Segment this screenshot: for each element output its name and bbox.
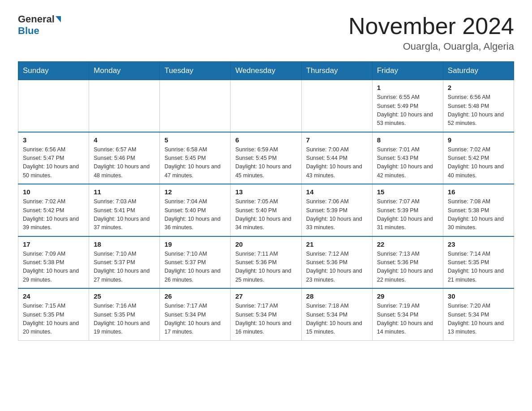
day-info: Sunrise: 7:09 AM Sunset: 5:38 PM Dayligh…	[23, 250, 84, 285]
calendar-cell: 7Sunrise: 7:00 AM Sunset: 5:44 PM Daylig…	[301, 132, 372, 184]
day-info: Sunrise: 7:11 AM Sunset: 5:36 PM Dayligh…	[235, 250, 296, 285]
day-info: Sunrise: 7:17 AM Sunset: 5:34 PM Dayligh…	[164, 302, 226, 337]
weekday-header-thursday: Thursday	[301, 62, 372, 80]
day-number: 17	[23, 240, 84, 248]
day-info: Sunrise: 7:17 AM Sunset: 5:34 PM Dayligh…	[235, 302, 296, 337]
day-number: 8	[377, 136, 438, 144]
calendar-cell: 11Sunrise: 7:03 AM Sunset: 5:41 PM Dayli…	[89, 184, 160, 236]
calendar-cell: 20Sunrise: 7:11 AM Sunset: 5:36 PM Dayli…	[231, 236, 301, 289]
calendar-cell: 16Sunrise: 7:08 AM Sunset: 5:38 PM Dayli…	[443, 184, 514, 236]
day-number: 24	[23, 292, 84, 300]
calendar-cell: 18Sunrise: 7:10 AM Sunset: 5:37 PM Dayli…	[89, 236, 160, 289]
calendar-cell: 10Sunrise: 7:02 AM Sunset: 5:42 PM Dayli…	[18, 184, 89, 236]
day-info: Sunrise: 7:07 AM Sunset: 5:39 PM Dayligh…	[377, 197, 438, 232]
calendar-cell: 13Sunrise: 7:05 AM Sunset: 5:40 PM Dayli…	[231, 184, 301, 236]
day-info: Sunrise: 7:01 AM Sunset: 5:43 PM Dayligh…	[377, 146, 438, 180]
calendar-cell: 29Sunrise: 7:19 AM Sunset: 5:34 PM Dayli…	[372, 288, 443, 340]
calendar-cell: 3Sunrise: 6:56 AM Sunset: 5:47 PM Daylig…	[18, 132, 89, 184]
day-info: Sunrise: 7:02 AM Sunset: 5:42 PM Dayligh…	[23, 197, 84, 232]
weekday-header-tuesday: Tuesday	[160, 62, 231, 80]
calendar-cell	[89, 80, 160, 132]
weekday-header-friday: Friday	[372, 62, 443, 80]
week-row-3: 10Sunrise: 7:02 AM Sunset: 5:42 PM Dayli…	[18, 184, 514, 236]
day-info: Sunrise: 6:56 AM Sunset: 5:47 PM Dayligh…	[23, 146, 84, 180]
week-row-2: 3Sunrise: 6:56 AM Sunset: 5:47 PM Daylig…	[18, 132, 514, 184]
day-number: 19	[164, 240, 226, 248]
day-info: Sunrise: 7:13 AM Sunset: 5:36 PM Dayligh…	[377, 250, 438, 285]
day-number: 13	[235, 188, 296, 196]
day-number: 5	[164, 136, 226, 144]
weekday-header-row: SundayMondayTuesdayWednesdayThursdayFrid…	[18, 62, 514, 80]
calendar-cell: 21Sunrise: 7:12 AM Sunset: 5:36 PM Dayli…	[301, 236, 372, 289]
logo-triangle-icon	[56, 16, 61, 22]
day-number: 12	[164, 188, 226, 196]
calendar-cell	[160, 80, 231, 132]
weekday-header-monday: Monday	[89, 62, 160, 80]
day-info: Sunrise: 7:16 AM Sunset: 5:35 PM Dayligh…	[94, 302, 155, 337]
day-number: 2	[448, 84, 509, 91]
day-number: 21	[306, 240, 368, 248]
day-info: Sunrise: 7:05 AM Sunset: 5:40 PM Dayligh…	[235, 197, 296, 232]
day-number: 25	[94, 292, 155, 300]
day-info: Sunrise: 6:58 AM Sunset: 5:45 PM Dayligh…	[164, 146, 226, 180]
day-info: Sunrise: 7:18 AM Sunset: 5:34 PM Dayligh…	[306, 302, 368, 337]
day-number: 18	[94, 240, 155, 248]
day-number: 29	[377, 292, 438, 300]
calendar-table: SundayMondayTuesdayWednesdayThursdayFrid…	[18, 61, 514, 341]
calendar-cell: 1Sunrise: 6:55 AM Sunset: 5:49 PM Daylig…	[372, 80, 443, 132]
day-number: 6	[235, 136, 296, 144]
calendar-cell: 25Sunrise: 7:16 AM Sunset: 5:35 PM Dayli…	[89, 288, 160, 340]
calendar-cell: 15Sunrise: 7:07 AM Sunset: 5:39 PM Dayli…	[372, 184, 443, 236]
day-number: 3	[23, 136, 84, 144]
day-info: Sunrise: 7:00 AM Sunset: 5:44 PM Dayligh…	[306, 146, 368, 180]
calendar-cell: 19Sunrise: 7:10 AM Sunset: 5:37 PM Dayli…	[160, 236, 231, 289]
day-info: Sunrise: 7:08 AM Sunset: 5:38 PM Dayligh…	[448, 197, 509, 232]
day-number: 14	[306, 188, 368, 196]
day-info: Sunrise: 7:14 AM Sunset: 5:35 PM Dayligh…	[448, 250, 509, 285]
day-info: Sunrise: 7:04 AM Sunset: 5:40 PM Dayligh…	[164, 197, 226, 232]
logo-general-text: General	[18, 13, 55, 25]
day-number: 10	[23, 188, 84, 196]
day-info: Sunrise: 7:03 AM Sunset: 5:41 PM Dayligh…	[94, 197, 155, 232]
calendar-cell: 6Sunrise: 6:59 AM Sunset: 5:45 PM Daylig…	[231, 132, 301, 184]
day-number: 9	[448, 136, 509, 144]
calendar-cell: 30Sunrise: 7:20 AM Sunset: 5:34 PM Dayli…	[443, 288, 514, 340]
calendar-cell	[231, 80, 301, 132]
calendar-cell: 8Sunrise: 7:01 AM Sunset: 5:43 PM Daylig…	[372, 132, 443, 184]
month-title: November 2024	[348, 13, 514, 39]
calendar-cell: 14Sunrise: 7:06 AM Sunset: 5:39 PM Dayli…	[301, 184, 372, 236]
calendar-cell: 26Sunrise: 7:17 AM Sunset: 5:34 PM Dayli…	[160, 288, 231, 340]
day-number: 1	[377, 84, 438, 91]
day-number: 26	[164, 292, 226, 300]
day-info: Sunrise: 7:15 AM Sunset: 5:35 PM Dayligh…	[23, 302, 84, 337]
calendar-cell: 5Sunrise: 6:58 AM Sunset: 5:45 PM Daylig…	[160, 132, 231, 184]
calendar-cell: 9Sunrise: 7:02 AM Sunset: 5:42 PM Daylig…	[443, 132, 514, 184]
logo-blue-text: Blue	[18, 25, 39, 37]
day-info: Sunrise: 7:12 AM Sunset: 5:36 PM Dayligh…	[306, 250, 368, 285]
day-info: Sunrise: 6:56 AM Sunset: 5:48 PM Dayligh…	[448, 93, 509, 128]
week-row-4: 17Sunrise: 7:09 AM Sunset: 5:38 PM Dayli…	[18, 236, 514, 289]
day-number: 15	[377, 188, 438, 196]
title-block: November 2024 Ouargla, Ouargla, Algeria	[348, 13, 514, 52]
page-header: General Blue November 2024 Ouargla, Ouar…	[18, 13, 514, 52]
day-info: Sunrise: 7:19 AM Sunset: 5:34 PM Dayligh…	[377, 302, 438, 337]
calendar-cell: 23Sunrise: 7:14 AM Sunset: 5:35 PM Dayli…	[443, 236, 514, 289]
calendar-cell: 28Sunrise: 7:18 AM Sunset: 5:34 PM Dayli…	[301, 288, 372, 340]
day-number: 27	[235, 292, 296, 300]
day-number: 16	[448, 188, 509, 196]
day-info: Sunrise: 6:59 AM Sunset: 5:45 PM Dayligh…	[235, 146, 296, 180]
week-row-1: 1Sunrise: 6:55 AM Sunset: 5:49 PM Daylig…	[18, 80, 514, 132]
calendar-cell	[301, 80, 372, 132]
weekday-header-sunday: Sunday	[18, 62, 89, 80]
day-number: 7	[306, 136, 368, 144]
day-info: Sunrise: 7:10 AM Sunset: 5:37 PM Dayligh…	[164, 250, 226, 285]
day-info: Sunrise: 7:06 AM Sunset: 5:39 PM Dayligh…	[306, 197, 368, 232]
location: Ouargla, Ouargla, Algeria	[348, 41, 514, 52]
day-number: 4	[94, 136, 155, 144]
day-number: 28	[306, 292, 368, 300]
calendar-cell: 12Sunrise: 7:04 AM Sunset: 5:40 PM Dayli…	[160, 184, 231, 236]
calendar-cell: 22Sunrise: 7:13 AM Sunset: 5:36 PM Dayli…	[372, 236, 443, 289]
logo: General Blue	[18, 13, 62, 37]
day-info: Sunrise: 6:57 AM Sunset: 5:46 PM Dayligh…	[94, 146, 155, 180]
calendar-cell: 2Sunrise: 6:56 AM Sunset: 5:48 PM Daylig…	[443, 80, 514, 132]
